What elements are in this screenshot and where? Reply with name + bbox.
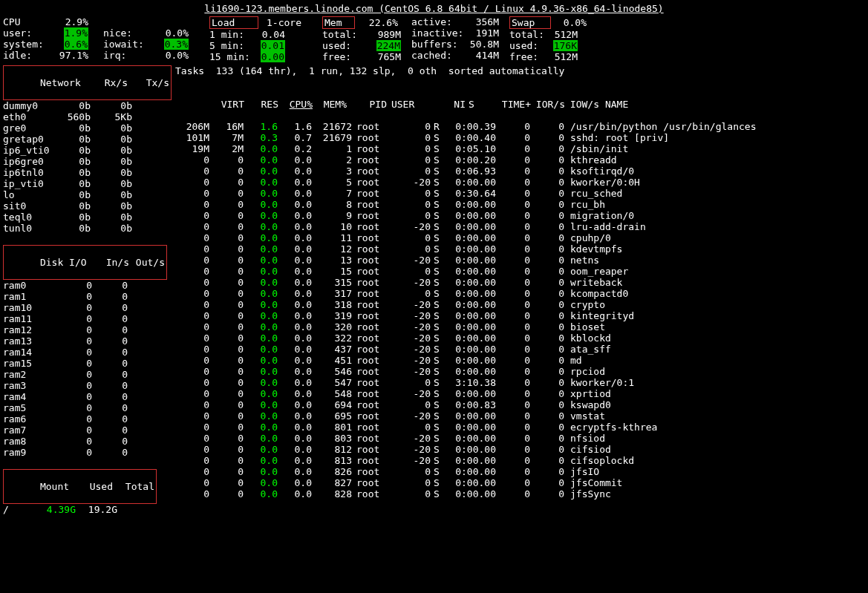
swap-free-label: free: — [509, 51, 546, 62]
diskio-row: ram1000 — [3, 302, 175, 313]
process-row[interactable]: 206M16M1.61.621672root0R0:00.3900/usr/bi… — [175, 121, 865, 132]
cpu-iowait-label: iowait: — [103, 39, 150, 50]
diskio-row: ram600 — [3, 413, 175, 425]
process-row[interactable]: 000.00.0319root-20S0:00.0000kintegrityd — [175, 310, 865, 321]
process-row[interactable]: 000.00.0320root-20S0:00.0000bioset — [175, 321, 865, 332]
process-row[interactable]: 000.00.0547root0S3:10.3800kworker/0:1 — [175, 377, 865, 388]
cpu-idle-label: idle: — [3, 50, 50, 61]
cpu-irq-label: irq: — [103, 50, 150, 61]
process-row[interactable]: 000.00.012root0S0:00.0000kdevtmpfs — [175, 243, 865, 255]
swap-total-value: 512M — [546, 29, 578, 40]
swap-used-value: 176K — [553, 40, 578, 51]
cpu-irq-value: 0.0% — [150, 50, 189, 61]
mem-cached-value: 414M — [469, 50, 499, 61]
process-row[interactable]: 000.00.0803root-20S0:00.0000nfsiod — [175, 433, 865, 444]
mem-buffers-value: 50.8M — [469, 39, 499, 50]
swap-label: Swap — [512, 17, 549, 28]
process-row[interactable]: 000.00.010root-20S0:00.0000lru-add-drain — [175, 221, 865, 232]
tasks-line: Tasks 133 (164 thr), 1 run, 132 slp, 0 o… — [175, 65, 865, 76]
mem-total-value: 989M — [370, 29, 401, 40]
load-15m-label: 15 min: — [209, 51, 254, 62]
process-row[interactable]: 000.00.08root0S0:00.0000rcu_bh — [175, 199, 865, 210]
process-row[interactable]: 000.00.0812root-20S0:00.0000cifsiod — [175, 444, 865, 455]
load-1m-label: 1 min: — [209, 29, 254, 40]
load-1m-value: 0.04 — [254, 29, 285, 40]
network-row: ip_vti00b0b — [3, 178, 175, 189]
diskio-row: ram1500 — [3, 358, 175, 369]
diskio-row: ram1300 — [3, 335, 175, 347]
load-5m-label: 5 min: — [209, 40, 254, 51]
mem-free-value: 765M — [370, 51, 401, 62]
process-row[interactable]: 000.00.0813root-20S0:00.0000cifsoplockd — [175, 455, 865, 466]
hostname-title: li1690-123.members.linode.com (CentOS 6.… — [3, 3, 865, 14]
process-row[interactable]: 000.00.015root0S0:00.0000oom_reaper — [175, 266, 865, 277]
cpu-user-label: user: — [3, 27, 50, 39]
process-row[interactable]: 000.00.013root-20S0:00.0000netns — [175, 255, 865, 266]
diskio-row: ram200 — [3, 369, 175, 380]
process-row[interactable]: 000.00.0437root-20S0:00.0000ata_sff — [175, 344, 865, 355]
diskio-header: Disk I/OIn/sOut/s — [3, 245, 167, 280]
network-row: gretap00b0b — [3, 134, 175, 145]
mem-active-value: 356M — [469, 16, 499, 27]
process-row[interactable]: 000.00.0695root-20S0:00.0000vmstat — [175, 410, 865, 422]
stats-header: CPU2.9% user:1.9% system:0.6% idle:97.1%… — [3, 16, 865, 62]
process-row[interactable]: 000.00.09root0S0:00.0000migration/0 — [175, 210, 865, 221]
network-row: teql00b0b — [3, 212, 175, 223]
mount-row: /4.39G19.2G — [3, 504, 175, 515]
network-row: sit00b0b — [3, 200, 175, 212]
diskio-row: ram000 — [3, 280, 175, 291]
mem-cached-label: cached: — [411, 50, 469, 61]
process-header: VIRTRESCPU%MEM%PIDUSERNISTIME+IOR/sIOW/s… — [175, 88, 865, 121]
mem-active-label: active: — [411, 16, 469, 27]
process-row[interactable]: 000.00.0317root0S0:00.0000kcompactd0 — [175, 288, 865, 299]
network-row: tunl00b0b — [3, 223, 175, 234]
process-row[interactable]: 000.00.0318root-20S0:00.0000crypto — [175, 299, 865, 310]
diskio-row: ram300 — [3, 380, 175, 391]
load-15m-value: 0.00 — [261, 51, 285, 62]
process-row[interactable]: 000.00.0828root0S0:00.0000jfsSync — [175, 488, 865, 499]
process-row[interactable]: 101M7M0.30.721679root0S0:00.4000sshd: ro… — [175, 132, 865, 143]
cpu-user-value: 1.9% — [64, 27, 88, 39]
diskio-row: ram100 — [3, 291, 175, 302]
network-row: gre00b0b — [3, 122, 175, 134]
process-row[interactable]: 000.00.0451root-20S0:00.0000md — [175, 355, 865, 366]
mem-used-value: 224M — [376, 40, 401, 51]
mem-used-label: used: — [322, 40, 370, 51]
cpu-nice-value: 0.0% — [150, 27, 189, 39]
cpu-nice-label: nice: — [103, 27, 150, 39]
process-row[interactable]: 000.00.0801root0S0:00.0000ecryptfs-kthre… — [175, 422, 865, 433]
process-row[interactable]: 19M2M0.00.21root0S0:05.1000/sbin/init — [175, 143, 865, 154]
diskio-row: ram500 — [3, 402, 175, 413]
network-row: ip6_vti00b0b — [3, 145, 175, 156]
process-row[interactable]: 000.00.0315root-20S0:00.0000writeback — [175, 277, 865, 288]
mount-header: MountUsedTotal — [3, 469, 157, 504]
network-row: dummy00b0b — [3, 100, 175, 111]
cpu-iowait-value: 0.3% — [164, 39, 189, 50]
swap-free-value: 512M — [546, 51, 578, 62]
process-row[interactable]: 000.00.02root0S0:00.2000kthreadd — [175, 154, 865, 166]
diskio-row: ram900 — [3, 447, 175, 458]
load-5m-value: 0.01 — [261, 40, 285, 51]
diskio-row: ram1400 — [3, 347, 175, 358]
mem-pct: 22.6% — [355, 17, 398, 28]
mem-buffers-label: buffers: — [411, 39, 469, 50]
process-row[interactable]: 000.00.03root0S0:06.9300ksoftirqd/0 — [175, 166, 865, 177]
network-row: lo0b0b — [3, 189, 175, 200]
process-row[interactable]: 000.00.0694root0S0:00.8300kswapd0 — [175, 399, 865, 410]
network-header: NetworkRx/sTx/s — [3, 65, 172, 100]
cpu-system-label: system: — [3, 39, 50, 50]
mem-inactive-label: inactive: — [411, 27, 469, 39]
process-row[interactable]: 000.00.011root0S0:00.0000cpuhp/0 — [175, 232, 865, 243]
cpu-idle-value: 97.1% — [50, 50, 88, 61]
process-row[interactable]: 000.00.0827root0S0:00.0000jfsCommit — [175, 477, 865, 488]
process-row[interactable]: 000.00.0322root-20S0:00.0000kblockd — [175, 332, 865, 344]
process-row[interactable]: 000.00.07root0S0:30.6400rcu_sched — [175, 188, 865, 199]
process-row[interactable]: 000.00.0826root0S0:00.0000jfsIO — [175, 466, 865, 477]
cpu-system-value: 0.6% — [64, 39, 88, 50]
diskio-row: ram800 — [3, 436, 175, 447]
process-row[interactable]: 000.00.0548root-20S0:00.0000xprtiod — [175, 388, 865, 399]
process-row[interactable]: 000.00.0546root-20S0:00.0000rpciod — [175, 366, 865, 377]
process-row[interactable]: 000.00.05root-20S0:00.0000kworker/0:0H — [175, 177, 865, 188]
network-row: ip6tnl00b0b — [3, 167, 175, 178]
network-row: ip6gre00b0b — [3, 156, 175, 167]
